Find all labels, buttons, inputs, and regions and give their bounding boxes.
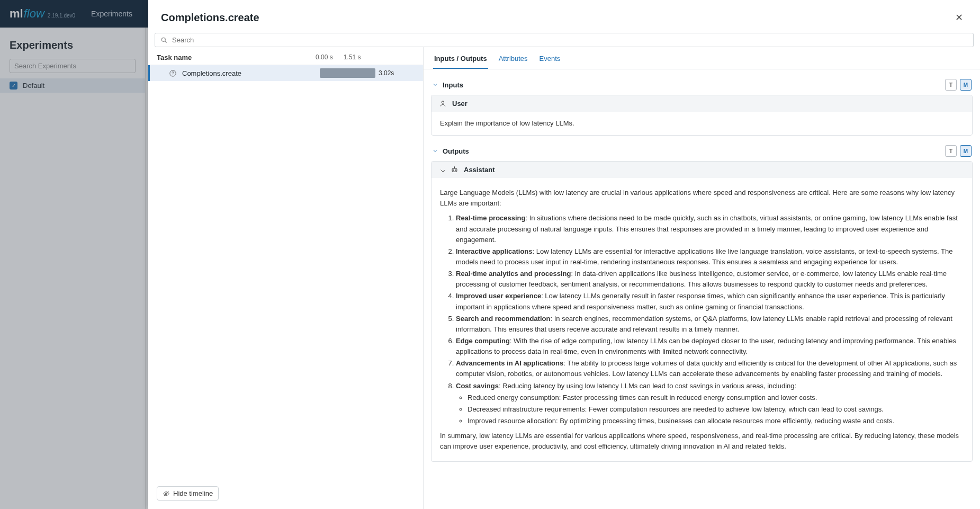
assistant-point: Improved user experience: Low latency LL… bbox=[456, 291, 964, 312]
user-message: Explain the importance of low latency LL… bbox=[440, 119, 574, 127]
outputs-mode-buttons: T M bbox=[945, 145, 972, 157]
tasks-header: Task name 0.00 s 1.51 s bbox=[148, 47, 423, 65]
svg-line-1 bbox=[165, 41, 167, 42]
svg-point-9 bbox=[455, 170, 456, 171]
assistant-point: Search and recommendation: In search eng… bbox=[456, 314, 964, 335]
task-row[interactable]: Completions.create 3.02s bbox=[148, 65, 423, 81]
user-role-label: User bbox=[452, 100, 467, 108]
svg-point-3 bbox=[173, 75, 173, 75]
task-duration-bar bbox=[320, 68, 375, 78]
task-name: Completions.create bbox=[182, 69, 241, 77]
panel-header: Completions.create ✕ bbox=[148, 0, 980, 31]
detail-body: Inputs T M User Explain the importance o… bbox=[424, 69, 980, 509]
inputs-title-wrap[interactable]: Inputs bbox=[432, 81, 463, 89]
assistant-point: Edge computing: With the rise of edge co… bbox=[456, 336, 964, 357]
cost-sublist: Reduced energy consumption: Faster proce… bbox=[456, 392, 964, 426]
panel-search-input[interactable] bbox=[172, 36, 968, 44]
mode-text-button[interactable]: T bbox=[945, 79, 957, 91]
cost-sub-item: Reduced energy consumption: Faster proce… bbox=[467, 392, 964, 403]
assistant-point: Real-time analytics and processing: In d… bbox=[456, 269, 964, 290]
assistant-card-body: Large Language Models (LLMs) with low la… bbox=[431, 178, 972, 461]
inputs-mode-buttons: T M bbox=[945, 79, 972, 91]
svg-point-8 bbox=[453, 170, 454, 171]
tab-attributes[interactable]: Attributes bbox=[498, 52, 529, 69]
time-axis: 0.00 s 1.51 s bbox=[316, 53, 415, 61]
search-icon bbox=[160, 37, 168, 44]
cost-sub-item: Decreased infrastructure requirements: F… bbox=[467, 404, 964, 415]
eye-off-icon bbox=[163, 490, 170, 497]
task-duration: 3.02s bbox=[379, 69, 394, 77]
chevron-down-icon bbox=[432, 148, 438, 154]
detail-tabs: Inputs / Outputs Attributes Events bbox=[424, 47, 980, 69]
bot-icon bbox=[451, 166, 458, 174]
panel-search[interactable] bbox=[155, 33, 974, 47]
assistant-card-head[interactable]: Assistant bbox=[431, 162, 972, 178]
question-icon bbox=[169, 69, 177, 77]
user-card-body: Explain the importance of low latency LL… bbox=[431, 112, 972, 135]
trace-detail-panel: Completions.create ✕ Task name 0.00 s 1.… bbox=[148, 0, 980, 509]
assistant-role-label: Assistant bbox=[464, 166, 495, 174]
mode-markdown-button[interactable]: M bbox=[960, 145, 972, 157]
task-bar-wrap: 3.02s bbox=[307, 68, 423, 78]
assistant-intro: Large Language Models (LLMs) with low la… bbox=[440, 187, 964, 209]
svg-point-0 bbox=[161, 38, 165, 41]
time-tick: 1.51 s bbox=[344, 53, 361, 61]
assistant-point: Interactive applications: Low latency LL… bbox=[456, 246, 964, 267]
user-card-head: User bbox=[431, 95, 972, 112]
svg-point-6 bbox=[442, 101, 444, 103]
time-tick: 0.00 s bbox=[316, 53, 333, 61]
detail-column: Inputs / Outputs Attributes Events Input… bbox=[424, 47, 980, 509]
hide-timeline-label: Hide timeline bbox=[173, 489, 213, 497]
hide-timeline-button[interactable]: Hide timeline bbox=[157, 486, 219, 501]
assistant-point: Real-time processing: In situations wher… bbox=[456, 213, 964, 245]
user-message-card: User Explain the importance of low laten… bbox=[431, 95, 973, 136]
outputs-label: Outputs bbox=[443, 147, 469, 155]
tab-inputs-outputs[interactable]: Inputs / Outputs bbox=[433, 52, 488, 69]
inputs-section-head: Inputs T M bbox=[431, 77, 973, 95]
chevron-down-icon bbox=[439, 167, 445, 173]
svg-rect-7 bbox=[452, 168, 457, 172]
assistant-point: Cost savings: Reducing latency by using … bbox=[456, 381, 964, 427]
task-name-header: Task name bbox=[157, 53, 316, 61]
assistant-points-list: Real-time processing: In situations wher… bbox=[440, 213, 964, 426]
outputs-section-head: Outputs T M bbox=[431, 143, 973, 161]
user-icon bbox=[439, 100, 447, 108]
task-label: Completions.create bbox=[150, 69, 307, 77]
outputs-title-wrap[interactable]: Outputs bbox=[432, 147, 469, 155]
timeline-column: Task name 0.00 s 1.51 s Completions.crea… bbox=[148, 47, 424, 509]
assistant-message-card: Assistant Large Language Models (LLMs) w… bbox=[431, 161, 973, 462]
mode-markdown-button[interactable]: M bbox=[960, 79, 972, 91]
cost-sub-item: Improved resource allocation: By optimiz… bbox=[467, 416, 964, 426]
assistant-point: Advancements in AI applications: The abi… bbox=[456, 358, 964, 379]
panel-columns: Task name 0.00 s 1.51 s Completions.crea… bbox=[148, 47, 980, 509]
tab-events[interactable]: Events bbox=[538, 52, 562, 69]
chevron-down-icon bbox=[432, 82, 438, 88]
panel-title: Completions.create bbox=[161, 12, 259, 24]
close-icon[interactable]: ✕ bbox=[951, 10, 967, 25]
inputs-label: Inputs bbox=[443, 81, 463, 89]
mode-text-button[interactable]: T bbox=[945, 145, 957, 157]
assistant-summary: In summary, low latency LLMs are essenti… bbox=[440, 431, 964, 452]
